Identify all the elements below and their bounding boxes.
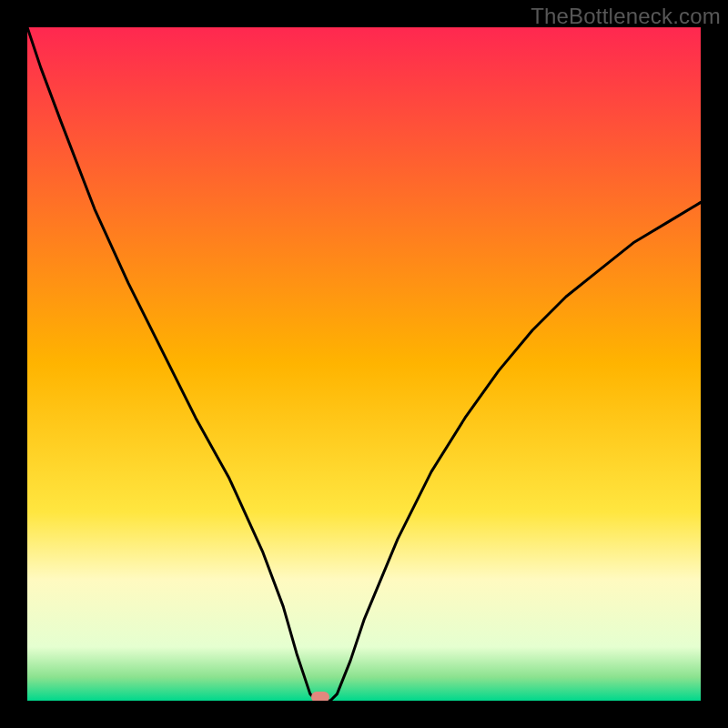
plot-area <box>27 27 701 701</box>
bottleneck-curve <box>27 27 701 701</box>
watermark-text: TheBottleneck.com <box>531 4 721 29</box>
chart-frame: TheBottleneck.com <box>0 0 728 728</box>
minimum-marker <box>311 692 330 701</box>
